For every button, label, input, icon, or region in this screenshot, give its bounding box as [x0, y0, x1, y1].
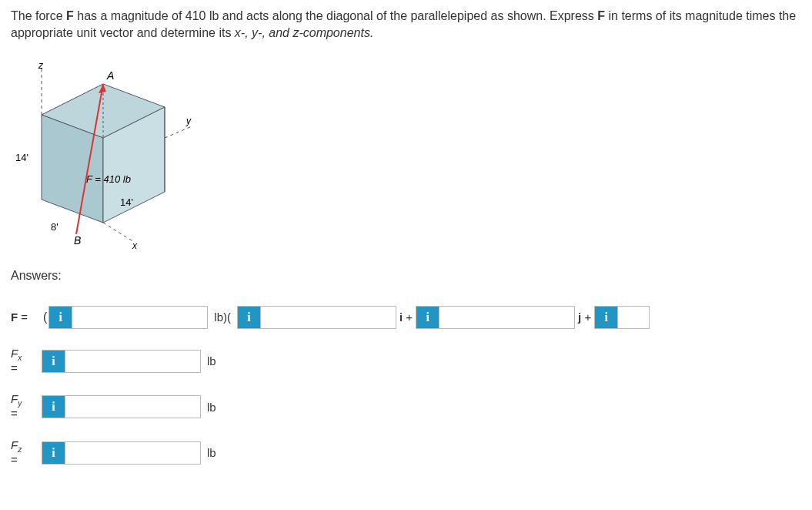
info-icon[interactable]: i [238, 307, 261, 328]
input-Fy[interactable]: i [42, 395, 201, 418]
svg-line-11 [103, 223, 134, 242]
answer-row-Fz: Fz = i lb [11, 439, 801, 467]
answer-row-F: F = ( i lb)( i i + i j + i [11, 306, 801, 329]
input-unit-i[interactable]: i [237, 306, 396, 329]
answers-heading: Answers: [11, 269, 801, 283]
input-Fx[interactable]: i [42, 350, 201, 373]
input-F-magnitude[interactable]: i [48, 306, 208, 329]
field-unit-j[interactable] [439, 307, 574, 328]
field-unit-k[interactable] [618, 307, 649, 328]
info-icon[interactable]: i [49, 307, 72, 328]
vertex-B-label: B [74, 234, 81, 247]
svg-line-7 [165, 126, 192, 138]
info-icon[interactable]: i [42, 442, 65, 464]
force-label: F = 410 lb [86, 173, 131, 185]
field-Fz[interactable] [65, 442, 200, 464]
z-axis-label: z [38, 61, 44, 71]
x-axis-label: x [132, 240, 138, 251]
problem-statement: The force F has a magnitude of 410 lb an… [11, 8, 801, 42]
field-unit-i[interactable] [261, 307, 396, 328]
field-Fx[interactable] [65, 351, 200, 372]
info-icon[interactable]: i [42, 396, 65, 418]
input-unit-k[interactable]: i [594, 306, 650, 329]
answer-row-Fx: Fx = i lb [11, 347, 801, 375]
vertex-A-label: A [106, 69, 114, 82]
input-unit-j[interactable]: i [416, 306, 575, 329]
info-icon[interactable]: i [42, 351, 65, 372]
field-F-magnitude[interactable] [72, 307, 207, 328]
info-icon[interactable]: i [595, 307, 618, 328]
input-Fz[interactable]: i [42, 441, 201, 465]
dim-14-horizontal: 14' [120, 196, 133, 208]
answer-row-Fy: Fy = i lb [11, 393, 801, 421]
y-axis-label: y [185, 116, 192, 126]
dim-8: 8' [51, 221, 58, 233]
figure-parallelepiped: z A y B x 14' 14' 8' F = 410 lb [11, 61, 195, 253]
dim-14-vertical: 14' [15, 152, 28, 163]
field-Fy[interactable] [65, 396, 200, 418]
info-icon[interactable]: i [416, 307, 439, 328]
